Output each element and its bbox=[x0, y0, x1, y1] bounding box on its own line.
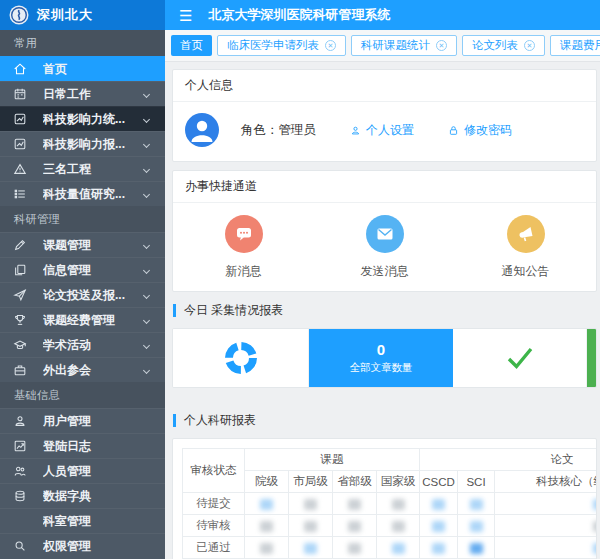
tab[interactable]: 论文列表✕ bbox=[462, 35, 545, 56]
blurred-value[interactable] bbox=[432, 521, 445, 532]
blurred-value[interactable] bbox=[470, 499, 483, 510]
row-label: 待提交 bbox=[183, 493, 245, 515]
blurred-value[interactable] bbox=[260, 543, 273, 554]
stat-check-box[interactable] bbox=[453, 329, 587, 387]
chevron-down-icon bbox=[143, 165, 150, 172]
sidebar-item-label: 日常工作 bbox=[43, 86, 128, 103]
tab[interactable]: 首页 bbox=[171, 35, 212, 56]
quick-channels-title: 办事快捷通道 bbox=[173, 171, 596, 203]
home-icon bbox=[13, 62, 27, 76]
menu-toggle-icon[interactable]: ☰ bbox=[179, 8, 192, 23]
sidebar-item-label: 课题管理 bbox=[43, 237, 128, 254]
table-cell bbox=[495, 515, 598, 537]
role-text: 角色：管理员 bbox=[241, 122, 316, 139]
blurred-value[interactable] bbox=[593, 521, 597, 532]
blurred-value[interactable] bbox=[392, 499, 405, 510]
tab[interactable]: 课题费用报表✕ bbox=[550, 35, 600, 56]
quick-channel-label: 发送消息 bbox=[361, 263, 409, 280]
personal-report-card: 审核状态课题论文院级市局级省部级国家级CSCDSCI科技核心（统计源）期刊待提交… bbox=[172, 438, 597, 559]
sidebar-item[interactable]: 首页 bbox=[0, 56, 165, 81]
sidebar-item[interactable]: 科技影响力报... bbox=[0, 131, 165, 156]
chevron-down-icon bbox=[143, 366, 150, 373]
tab-close-icon[interactable]: ✕ bbox=[436, 40, 447, 51]
blurred-value[interactable] bbox=[348, 521, 361, 532]
sidebar-item[interactable]: 外出参会 bbox=[0, 357, 165, 382]
tab-close-icon[interactable]: ✕ bbox=[524, 40, 535, 51]
sidebar-item[interactable]: 论文投送及报... bbox=[0, 282, 165, 307]
blurred-value[interactable] bbox=[432, 543, 445, 554]
search-icon bbox=[13, 539, 27, 553]
sidebar-item[interactable]: 课题经费管理 bbox=[0, 307, 165, 332]
stat-spinner-box[interactable] bbox=[173, 329, 309, 387]
sidebar-item-label: 科技影响力报... bbox=[43, 136, 128, 153]
blurred-value[interactable] bbox=[432, 499, 445, 510]
blurred-value[interactable] bbox=[392, 521, 405, 532]
blurred-value[interactable] bbox=[304, 521, 317, 532]
sidebar-item[interactable]: 科技量值研究... bbox=[0, 181, 165, 206]
personal-settings-link[interactable]: 个人设置 bbox=[350, 122, 414, 139]
announcements-button[interactable]: 通知公告 bbox=[455, 215, 596, 280]
sidebar-item[interactable]: 用户管理 bbox=[0, 408, 165, 433]
tab[interactable]: 科研课题统计✕ bbox=[351, 35, 457, 56]
user-icon bbox=[350, 125, 361, 136]
change-password-link[interactable]: 修改密码 bbox=[448, 122, 512, 139]
sidebar-item[interactable]: 登陆日志 bbox=[0, 433, 165, 458]
lock-icon bbox=[448, 125, 459, 136]
blurred-value[interactable] bbox=[470, 543, 483, 554]
new-message-button[interactable]: 新消息 bbox=[173, 215, 314, 280]
sidebar-item[interactable]: 人员管理 bbox=[0, 458, 165, 483]
blurred-value[interactable] bbox=[260, 521, 273, 532]
log-icon bbox=[13, 439, 27, 453]
table-corner-header: 审核状态 bbox=[183, 449, 245, 493]
send-message-button[interactable]: 发送消息 bbox=[314, 215, 455, 280]
blurred-value[interactable] bbox=[260, 499, 273, 510]
sidebar-item-label: 权限管理 bbox=[43, 538, 152, 555]
tab-label: 论文列表 bbox=[472, 38, 518, 53]
tab-label: 课题费用报表 bbox=[560, 38, 600, 53]
table-cell bbox=[377, 537, 420, 559]
chart-icon bbox=[13, 137, 27, 151]
today-report-title: 今日 采集情况报表 bbox=[184, 302, 283, 319]
blurred-value[interactable] bbox=[593, 499, 597, 510]
chevron-down-icon bbox=[143, 241, 150, 248]
sidebar-item[interactable]: 权限管理 bbox=[0, 533, 165, 558]
personal-info-card: 个人信息 角色：管理员 个人设置 修改密码 bbox=[172, 69, 597, 162]
blurred-value[interactable] bbox=[593, 543, 597, 554]
blurred-value[interactable] bbox=[348, 543, 361, 554]
blurred-value[interactable] bbox=[470, 521, 483, 532]
sidebar-item-label: 人员管理 bbox=[43, 463, 152, 480]
table-cell bbox=[377, 515, 420, 537]
sidebar-item-label: 课题经费管理 bbox=[43, 312, 128, 329]
sidebar-item[interactable]: 学术活动 bbox=[0, 332, 165, 357]
tab-close-icon[interactable]: ✕ bbox=[325, 40, 336, 51]
sidebar-item[interactable]: 数据字典 bbox=[0, 483, 165, 508]
accent-bar bbox=[173, 304, 176, 317]
stat-total-box[interactable]: 0 全部文章数量 bbox=[309, 329, 453, 387]
tab-bar: 首页临床医学申请列表✕科研课题统计✕论文列表✕课题费用报表✕用户列表✕ bbox=[165, 30, 600, 62]
table-column-header: 院级 bbox=[245, 471, 289, 493]
table-group-header: 论文 bbox=[420, 449, 598, 471]
row-label: 已通过 bbox=[183, 537, 245, 559]
blurred-value[interactable] bbox=[392, 543, 405, 554]
sidebar-item[interactable]: 课题管理 bbox=[0, 232, 165, 257]
personal-report-header: 个人科研报表 bbox=[173, 412, 597, 429]
blurred-value[interactable] bbox=[348, 499, 361, 510]
sidebar-item-label: 科技量值研究... bbox=[43, 186, 128, 203]
sidebar-item-label: 科室管理 bbox=[43, 513, 152, 530]
loading-spinner-icon bbox=[224, 341, 258, 375]
sidebar-item[interactable]: 信息管理 bbox=[0, 257, 165, 282]
sidebar-item[interactable]: 科室管理 bbox=[0, 508, 165, 533]
table-cell bbox=[495, 537, 598, 559]
sidebar-item[interactable]: 日常工作 bbox=[0, 81, 165, 106]
sidebar-item[interactable]: 科技影响力统... bbox=[0, 106, 165, 131]
blurred-value[interactable] bbox=[304, 499, 317, 510]
sidebar-item[interactable]: 三名工程 bbox=[0, 156, 165, 181]
tab[interactable]: 临床医学申请列表✕ bbox=[217, 35, 346, 56]
trophy-icon bbox=[13, 313, 27, 327]
stat-green-box[interactable] bbox=[587, 329, 597, 387]
sidebar-item-label: 论文投送及报... bbox=[43, 287, 128, 304]
docs-icon bbox=[13, 263, 27, 277]
table-cell bbox=[245, 515, 289, 537]
blurred-value[interactable] bbox=[304, 543, 317, 554]
sidebar-section-label: 科研管理 bbox=[0, 206, 165, 232]
